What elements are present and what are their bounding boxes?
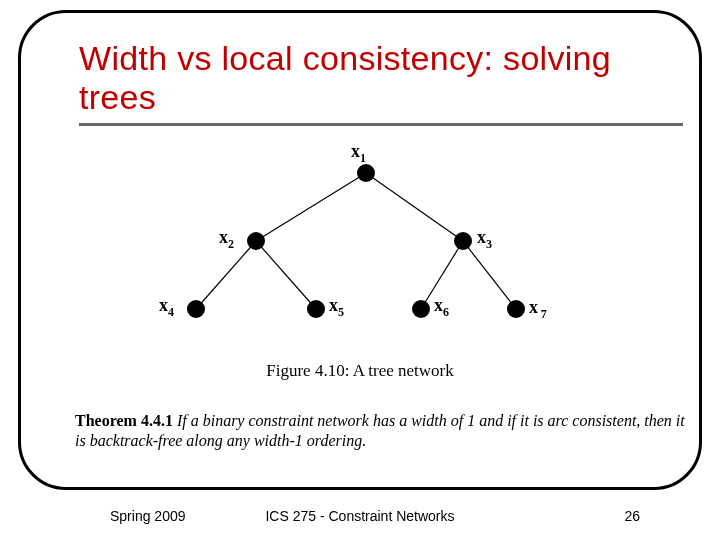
- label-x2-var: x: [219, 227, 228, 247]
- footer: Spring 2009 ICS 275 - Constraint Network…: [0, 508, 720, 532]
- label-x6: x6: [434, 295, 449, 320]
- label-x4: x4: [159, 295, 174, 320]
- node-x1: [357, 164, 375, 182]
- theorem-label: Theorem 4.4.1: [75, 412, 173, 429]
- label-x6-sub: 6: [443, 305, 449, 319]
- svg-line-1: [366, 173, 463, 241]
- figure-caption: Figure 4.10: A tree network: [21, 361, 699, 381]
- node-x7: [507, 300, 525, 318]
- label-x7-var: x: [529, 297, 538, 317]
- footer-page: 26: [624, 508, 640, 524]
- node-x5: [307, 300, 325, 318]
- label-x5: x5: [329, 295, 344, 320]
- label-x4-sub: 4: [168, 305, 174, 319]
- label-x2: x2: [219, 227, 234, 252]
- node-x2: [247, 232, 265, 250]
- label-x7: x 7: [529, 297, 547, 322]
- node-x6: [412, 300, 430, 318]
- svg-line-3: [256, 241, 316, 309]
- slide-frame: Width vs local consistency: solving tree…: [18, 10, 702, 490]
- label-x1: x1: [351, 141, 366, 166]
- tree-diagram: x1 x2 x3 x4 x5 x6 x 7: [181, 149, 581, 344]
- title-block: Width vs local consistency: solving tree…: [79, 39, 683, 126]
- node-x4: [187, 300, 205, 318]
- label-x3-sub: 3: [486, 237, 492, 251]
- node-x3: [454, 232, 472, 250]
- label-x4-var: x: [159, 295, 168, 315]
- title-underline: [79, 123, 683, 126]
- label-x1-var: x: [351, 141, 360, 161]
- slide-title: Width vs local consistency: solving tree…: [79, 39, 683, 117]
- label-x7-sub: 7: [541, 307, 547, 321]
- label-x2-sub: 2: [228, 237, 234, 251]
- label-x5-var: x: [329, 295, 338, 315]
- label-x3: x3: [477, 227, 492, 252]
- theorem: Theorem 4.4.1 If a binary constraint net…: [75, 411, 689, 451]
- label-x3-var: x: [477, 227, 486, 247]
- label-x1-sub: 1: [360, 151, 366, 165]
- svg-line-0: [256, 173, 366, 241]
- label-x5-sub: 5: [338, 305, 344, 319]
- label-x6-var: x: [434, 295, 443, 315]
- footer-course: ICS 275 - Constraint Networks: [0, 508, 720, 524]
